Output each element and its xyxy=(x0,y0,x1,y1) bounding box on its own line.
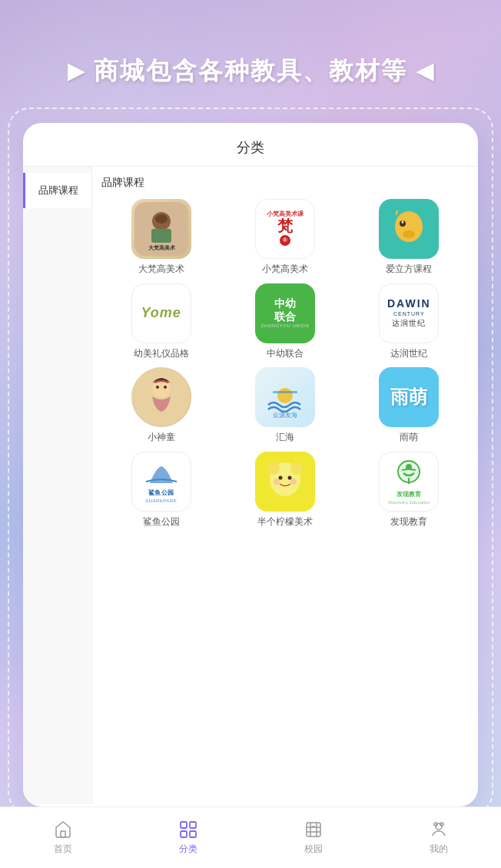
brand-name-banlemon: 半个柠檬美术 xyxy=(257,516,313,528)
svg-point-19 xyxy=(267,462,280,475)
svg-text:众源友海: 众源友海 xyxy=(273,412,297,419)
card-header: 分类 xyxy=(23,123,478,167)
top-banner: ▶ 商城包含各种教具、教材等 ◀ xyxy=(0,0,501,142)
svg-point-22 xyxy=(287,475,291,479)
category-icon xyxy=(178,820,198,840)
nav-label-campus: 校园 xyxy=(304,843,323,856)
svg-rect-34 xyxy=(307,823,320,837)
svg-point-21 xyxy=(278,475,282,479)
content-section-title: 品牌课程 xyxy=(101,176,469,190)
brand-logo-xiaofan: 小梵高美术课 梵 ® xyxy=(255,199,315,259)
banner-arrow-right-icon: ◀ xyxy=(416,58,433,84)
brand-logo-youmei: Yome xyxy=(131,283,191,343)
svg-point-2 xyxy=(155,214,168,224)
svg-point-41 xyxy=(434,823,437,826)
svg-point-42 xyxy=(440,823,443,826)
brand-name-yumeng: 雨萌 xyxy=(400,432,418,444)
brand-item-faxian[interactable]: 发现教育 Discovery Education 发现教育 xyxy=(350,452,469,528)
svg-point-23 xyxy=(274,479,280,485)
brand-logo-zhongyou: 中幼 联合 ZHONGYOU UNION xyxy=(255,283,315,343)
brand-item-xiaofan[interactable]: 小梵高美术课 梵 ® 小梵高美术 xyxy=(225,199,344,276)
mine-icon xyxy=(429,820,449,840)
brand-name-zhongyou: 中幼联合 xyxy=(267,348,304,360)
brand-logo-yumeng: 雨萌 xyxy=(379,367,439,427)
sidebar: 品牌课程 xyxy=(23,167,92,804)
brand-name-xiaofan: 小梵高美术 xyxy=(262,263,308,276)
brand-logo-dafan: 大梵高美术 xyxy=(131,199,191,259)
brand-logo-ailifang xyxy=(379,199,439,259)
bottom-nav: 首页 分类 校园 xyxy=(0,807,501,868)
svg-rect-3 xyxy=(151,229,171,243)
brand-logo-xiaoshentong xyxy=(131,367,191,427)
nav-label-home: 首页 xyxy=(54,843,72,856)
nav-item-home[interactable]: 首页 xyxy=(38,813,88,862)
brand-name-darun: 达润世纪 xyxy=(390,348,427,360)
svg-point-12 xyxy=(156,386,159,389)
content-area[interactable]: 品牌课程 大梵高美术 大梵高美术 xyxy=(92,167,478,804)
brand-name-huihai: 汇海 xyxy=(276,432,294,444)
brand-logo-huihai: 众源友海 xyxy=(255,367,315,427)
brand-logo-darun: DAWIN CENTURY 达润世纪 xyxy=(379,283,439,343)
banner-main-text: 商城包含各种教具、教材等 xyxy=(94,55,407,88)
svg-rect-33 xyxy=(190,831,196,837)
svg-rect-32 xyxy=(181,831,187,837)
sidebar-item-brand-courses[interactable]: 品牌课程 xyxy=(23,173,91,208)
svg-point-40 xyxy=(436,823,442,830)
svg-rect-30 xyxy=(181,822,187,828)
card-body: 品牌课程 品牌课程 大梵高美术 xyxy=(23,167,478,804)
brand-item-xiaoshentong[interactable]: 小神童 xyxy=(101,367,221,444)
brand-item-zhongyou[interactable]: 中幼 联合 ZHONGYOU UNION 中幼联合 xyxy=(225,283,344,360)
brand-item-ailifang[interactable]: 爱立方课程 xyxy=(350,199,469,276)
brand-name-youmei: 幼美礼仪品格 xyxy=(134,348,189,360)
main-card: 分类 品牌课程 品牌课程 xyxy=(23,123,478,807)
brand-grid: 大梵高美术 大梵高美术 小梵高美术课 梵 ® xyxy=(101,199,469,528)
brand-item-darun[interactable]: DAWIN CENTURY 达润世纪 达润世纪 xyxy=(350,283,469,360)
home-icon xyxy=(53,820,73,840)
svg-rect-15 xyxy=(273,391,297,393)
svg-point-24 xyxy=(290,479,297,485)
svg-point-14 xyxy=(277,388,293,403)
brand-logo-faxian: 发现教育 Discovery Education xyxy=(379,452,439,512)
nav-item-campus[interactable]: 校园 xyxy=(288,813,339,862)
brand-item-youmei[interactable]: Yome 幼美礼仪品格 xyxy=(101,283,221,360)
brand-item-huihai[interactable]: 众源友海 汇海 xyxy=(225,367,344,444)
brand-name-faxian: 发现教育 xyxy=(390,516,427,528)
brand-name-dafan: 大梵高美术 xyxy=(138,263,184,276)
brand-item-yumeng[interactable]: 雨萌 雨萌 xyxy=(350,367,469,444)
campus-icon xyxy=(304,820,323,840)
nav-label-category: 分类 xyxy=(179,843,197,856)
brand-name-shayu: 鲨鱼公园 xyxy=(143,516,180,528)
brand-name-ailifang: 爱立方课程 xyxy=(386,263,432,276)
nav-label-mine: 我的 xyxy=(430,843,448,856)
svg-point-9 xyxy=(403,230,415,238)
svg-text:大梵高美术: 大梵高美术 xyxy=(147,244,175,250)
brand-logo-shayu: 鲨鱼公园 SHARKPARK xyxy=(131,452,191,512)
brand-logo-banlemon xyxy=(255,452,315,512)
svg-point-13 xyxy=(164,386,167,389)
brand-name-xiaoshentong: 小神童 xyxy=(148,432,175,444)
nav-item-category[interactable]: 分类 xyxy=(163,813,214,862)
brand-item-shayu[interactable]: 鲨鱼公园 SHARKPARK 鲨鱼公园 xyxy=(101,452,221,528)
brand-item-banlemon[interactable]: 半个柠檬美术 xyxy=(225,452,344,528)
card-title: 分类 xyxy=(237,140,264,155)
svg-rect-31 xyxy=(190,822,196,828)
svg-point-8 xyxy=(402,220,404,224)
svg-rect-29 xyxy=(61,831,65,837)
svg-point-20 xyxy=(290,462,303,475)
banner-arrow-left-icon: ▶ xyxy=(68,58,85,84)
brand-item-dafan[interactable]: 大梵高美术 大梵高美术 xyxy=(101,199,221,276)
nav-item-mine[interactable]: 我的 xyxy=(413,813,464,862)
